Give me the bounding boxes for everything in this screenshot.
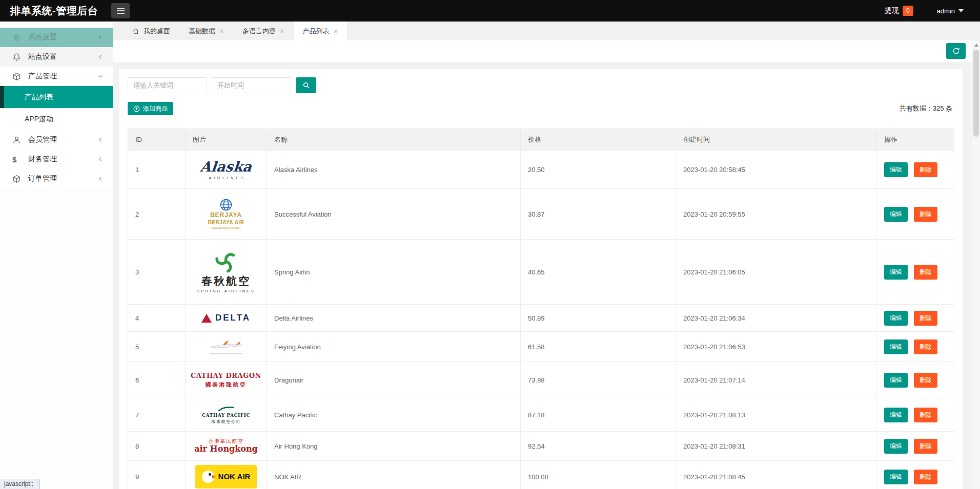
delete-button[interactable]: 删除	[914, 207, 937, 222]
user-menu[interactable]: admin	[937, 7, 964, 15]
content-area: 添加商品 共有数据：325 条 ID 图片 名称 价格 创建时间 操作	[113, 62, 980, 489]
edit-button[interactable]: 编辑	[884, 339, 908, 354]
tab-home[interactable]: 我的桌面	[123, 22, 179, 40]
edit-button[interactable]: 编辑	[884, 265, 908, 280]
edit-button[interactable]: 编辑	[884, 373, 908, 388]
sidebar-item-label: 站点设置	[28, 52, 57, 61]
keyword-input[interactable]	[128, 77, 207, 93]
cell-price: 73.98	[521, 362, 676, 398]
product-price: 50.89	[528, 314, 545, 322]
tab-multilang-content[interactable]: 多语言内容 ×	[233, 22, 294, 40]
product-name: Successful Aviation	[274, 210, 332, 218]
cell-created: 2023-01-20 21:08:13	[676, 398, 877, 432]
delete-button[interactable]: 删除	[914, 470, 937, 484]
product-price: 73.98	[528, 376, 545, 384]
sidebar-item-site-settings[interactable]: 站点设置	[0, 47, 113, 67]
start-time-input[interactable]	[212, 77, 291, 93]
tab-bar: 我的桌面 基础数据 × 多语言内容 × 产品列表 ×	[113, 22, 980, 40]
edit-button[interactable]: 编辑	[884, 311, 908, 326]
cell-created: 2023-01-20 20:58:45	[676, 151, 877, 189]
cell-id: 5	[128, 332, 186, 362]
tab-base-data[interactable]: 基础数据 ×	[179, 22, 233, 40]
product-id: 7	[135, 411, 139, 419]
tab-label: 产品列表	[303, 27, 330, 36]
product-name: Cathay Pacific	[274, 411, 317, 419]
cell-actions: 编辑 删除	[877, 305, 954, 332]
product-id: 5	[135, 343, 139, 351]
cell-actions: 编辑 删除	[877, 362, 954, 398]
edit-button[interactable]: 编辑	[884, 439, 908, 454]
col-header-actions: 操作	[877, 129, 954, 151]
sidebar-item-label: 订单管理	[28, 174, 57, 183]
cell-actions: 编辑 删除	[877, 240, 954, 305]
product-logo: BERJAYABERJAYA AIRwww.Berjaya-Air.com	[208, 193, 244, 235]
edit-button[interactable]: 编辑	[884, 162, 908, 177]
cell-name: Delta Airlines	[267, 305, 521, 332]
product-price: 92.54	[528, 442, 545, 450]
product-id: 9	[135, 473, 139, 481]
vertical-scrollbar[interactable]	[972, 40, 980, 489]
sidebar-subitem-app-scroll[interactable]: APP滚动	[0, 108, 113, 130]
home-icon	[132, 28, 139, 35]
product-table-body: 1 AlaskaAIRLINES Alaska Airlines 20.50 2…	[128, 151, 954, 489]
close-icon[interactable]: ×	[219, 27, 224, 35]
sidebar-item-product-management[interactable]: 产品管理	[0, 67, 113, 86]
delete-button[interactable]: 删除	[914, 408, 937, 422]
sidebar-item-order-management[interactable]: 订单管理	[0, 169, 113, 188]
edit-button[interactable]: 编辑	[884, 470, 908, 484]
sidebar-item-member-management[interactable]: 会员管理	[0, 130, 113, 150]
edit-button[interactable]: 编辑	[884, 207, 908, 222]
close-icon[interactable]: ×	[334, 27, 338, 35]
withdraw-link[interactable]: 提现 0	[885, 6, 913, 16]
chevron-left-icon	[97, 156, 104, 162]
product-name: Spring Airlin	[274, 268, 310, 276]
cell-name: Air Hong Kong	[267, 432, 521, 461]
cell-image: DELTA	[186, 305, 267, 332]
table-row: 3 春秋航空SPRING AIRLINES Spring Airlin 40.6…	[128, 240, 954, 305]
product-name: Alaska Airlines	[274, 166, 318, 174]
product-logo: NOK AIR	[195, 465, 257, 488]
product-name: Dragonair	[274, 376, 303, 384]
sidebar-item-system-settings[interactable]: 系统设置	[0, 28, 113, 47]
sidebar-subitem-label: 产品列表	[25, 93, 53, 102]
col-header-price: 价格	[521, 129, 676, 151]
chevron-left-icon	[97, 54, 104, 60]
hamburger-icon	[117, 7, 125, 15]
scroll-up-arrow-icon[interactable]	[974, 44, 978, 47]
refresh-button[interactable]	[946, 43, 966, 59]
cell-id: 4	[128, 305, 186, 332]
product-price: 20.50	[528, 166, 545, 174]
sidebar-item-label: 会员管理	[28, 135, 57, 144]
cell-created: 2023-01-20 20:59:55	[676, 189, 877, 240]
delete-button[interactable]: 删除	[914, 162, 937, 177]
edit-button[interactable]: 编辑	[884, 408, 908, 422]
chevron-down-icon	[958, 9, 964, 12]
delete-button[interactable]: 删除	[914, 339, 937, 354]
product-id: 6	[135, 376, 139, 384]
product-price: 40.65	[528, 268, 545, 276]
dollar-icon: $	[12, 155, 22, 164]
product-id: 1	[135, 166, 139, 174]
close-icon[interactable]: ×	[280, 27, 284, 35]
search-button[interactable]	[296, 77, 316, 93]
search-icon	[302, 81, 310, 89]
add-product-button[interactable]: 添加商品	[128, 102, 173, 115]
sidebar-subitem-product-list[interactable]: 产品列表	[0, 86, 113, 108]
tab-product-list[interactable]: 产品列表 ×	[294, 22, 348, 40]
sidebar-toggle-button[interactable]	[111, 3, 130, 18]
table-row: 8 香港華民航空air Hongkong Air Hong Kong 92.54…	[128, 432, 954, 461]
delete-button[interactable]: 删除	[914, 265, 937, 280]
scrollbar-thumb[interactable]	[973, 50, 979, 137]
table-row: 1 AlaskaAIRLINES Alaska Airlines 20.50 2…	[128, 151, 954, 189]
cell-created: 2023-01-20 21:08:45	[676, 461, 877, 489]
sidebar-item-finance-management[interactable]: $ 财务管理	[0, 150, 113, 169]
cell-actions: 编辑 删除	[877, 189, 954, 240]
cell-id: 8	[128, 432, 186, 461]
chevron-down-icon	[97, 73, 104, 79]
cell-name: Feiying Aviation	[267, 332, 521, 362]
delete-button[interactable]: 删除	[914, 439, 937, 454]
cell-image: CATHAY DRAGON國泰港龍航空	[186, 362, 267, 398]
delete-button[interactable]: 删除	[914, 373, 937, 388]
delete-button[interactable]: 删除	[914, 311, 937, 326]
tab-label: 我的桌面	[144, 27, 170, 36]
